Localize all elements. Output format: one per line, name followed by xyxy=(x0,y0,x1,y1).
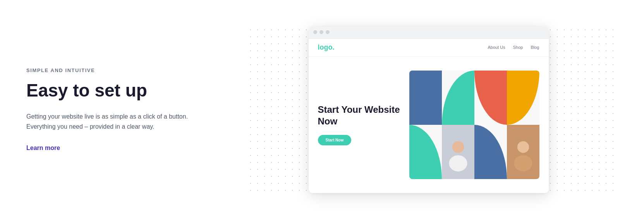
page-wrapper: SIMPLE AND INTUITIVE Easy to set up Gett… xyxy=(0,0,644,219)
mosaic-cell-4 xyxy=(507,71,539,125)
headline: Easy to set up xyxy=(26,80,212,101)
browser-bar xyxy=(309,26,549,39)
fake-nav-links: About Us Shop Blog xyxy=(488,45,539,50)
mosaic-cell-3 xyxy=(474,71,507,125)
browser-dot-2 xyxy=(319,30,323,34)
svg-point-2 xyxy=(449,155,467,171)
fake-mosaic-grid xyxy=(409,71,539,179)
eyebrow-text: SIMPLE AND INTUITIVE xyxy=(26,67,212,73)
nav-link-blog: Blog xyxy=(531,45,539,50)
avatar-person-2-svg xyxy=(507,125,539,179)
fake-website-nav: logo. About Us Shop Blog xyxy=(309,39,549,57)
fake-hero-heading: Start Your Website Now xyxy=(318,104,403,127)
nav-link-about: About Us xyxy=(488,45,505,50)
avatar-person-1-svg xyxy=(442,125,474,179)
left-content: SIMPLE AND INTUITIVE Easy to set up Gett… xyxy=(26,67,228,152)
browser-content: logo. About Us Shop Blog Start Your Webs… xyxy=(309,39,549,193)
browser-dot-1 xyxy=(313,30,317,34)
mosaic-cell-5 xyxy=(409,125,442,179)
browser-dot-3 xyxy=(326,30,330,34)
fake-cta-button[interactable]: Start Now xyxy=(318,135,352,145)
mosaic-cell-2 xyxy=(442,71,474,125)
mosaic-cell-6 xyxy=(474,125,507,179)
svg-point-1 xyxy=(452,141,464,153)
svg-point-4 xyxy=(517,141,529,153)
fake-logo: logo. xyxy=(318,43,335,52)
learn-more-link[interactable]: Learn more xyxy=(26,145,60,151)
svg-point-5 xyxy=(514,155,532,171)
mosaic-avatar-1 xyxy=(442,125,474,179)
fake-hero-left: Start Your Website Now Start Now xyxy=(318,104,403,145)
body-text: Getting your website live is as simple a… xyxy=(26,112,189,132)
mosaic-avatar-2 xyxy=(507,125,539,179)
mosaic-cell-1 xyxy=(409,71,442,125)
right-content: logo. About Us Shop Blog Start Your Webs… xyxy=(228,26,618,193)
nav-link-shop: Shop xyxy=(513,45,523,50)
browser-window: logo. About Us Shop Blog Start Your Webs… xyxy=(309,26,549,193)
fake-website-body: Start Your Website Now Start Now xyxy=(309,57,549,193)
